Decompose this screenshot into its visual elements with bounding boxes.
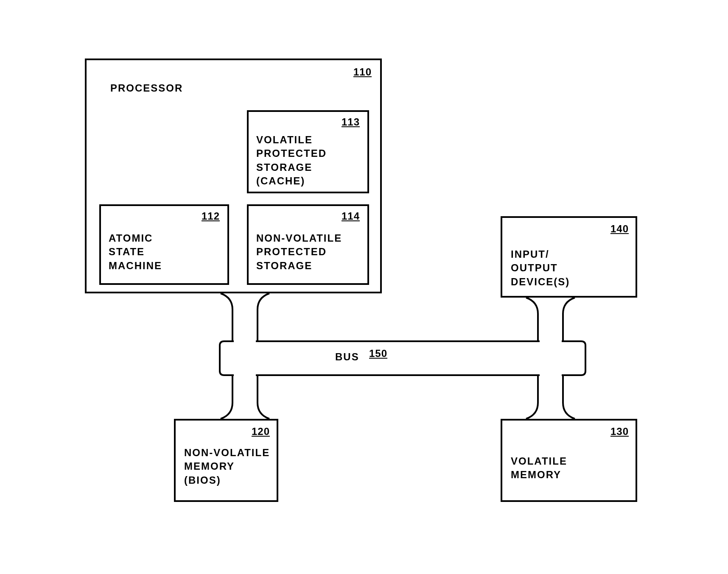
processor-box: 110 PROCESSOR 113 VOLATILE PROTECTED STO… bbox=[85, 59, 382, 293]
bus-label: BUS bbox=[335, 351, 359, 363]
svg-rect-1 bbox=[540, 339, 562, 343]
vmem-ref: 130 bbox=[610, 426, 629, 437]
nvmem-box: 120 NON-VOLATILE MEMORY (BIOS) bbox=[174, 419, 278, 502]
io-ref: 140 bbox=[610, 223, 629, 235]
svg-rect-3 bbox=[540, 373, 562, 377]
nvps-label: NON-VOLATILE PROTECTED STORAGE bbox=[256, 231, 342, 273]
diagram-canvas: 110 PROCESSOR 113 VOLATILE PROTECTED STO… bbox=[0, 0, 728, 574]
nvmem-ref: 120 bbox=[252, 426, 270, 437]
nvps-ref: 114 bbox=[342, 210, 360, 222]
bus-ref: 150 bbox=[369, 348, 387, 359]
vps-label: VOLATILE PROTECTED STORAGE (CACHE) bbox=[256, 133, 327, 188]
processor-ref: 110 bbox=[353, 66, 372, 78]
asm-box: 112 ATOMIC STATE MACHINE bbox=[99, 204, 229, 285]
nvps-box: 114 NON-VOLATILE PROTECTED STORAGE bbox=[247, 204, 369, 285]
vmem-box: 130 VOLATILE MEMORY bbox=[501, 419, 637, 502]
processor-title: PROCESSOR bbox=[110, 81, 183, 95]
nvmem-label: NON-VOLATILE MEMORY (BIOS) bbox=[184, 446, 270, 487]
vps-ref: 113 bbox=[342, 116, 360, 128]
asm-ref: 112 bbox=[202, 210, 220, 222]
svg-rect-0 bbox=[234, 339, 256, 343]
svg-rect-2 bbox=[234, 373, 256, 377]
vmem-label: VOLATILE MEMORY bbox=[511, 454, 567, 482]
asm-label: ATOMIC STATE MACHINE bbox=[109, 231, 162, 273]
io-box: 140 INPUT/ OUTPUT DEVICE(S) bbox=[501, 216, 637, 298]
io-label: INPUT/ OUTPUT DEVICE(S) bbox=[511, 248, 570, 289]
vps-box: 113 VOLATILE PROTECTED STORAGE (CACHE) bbox=[247, 110, 369, 193]
